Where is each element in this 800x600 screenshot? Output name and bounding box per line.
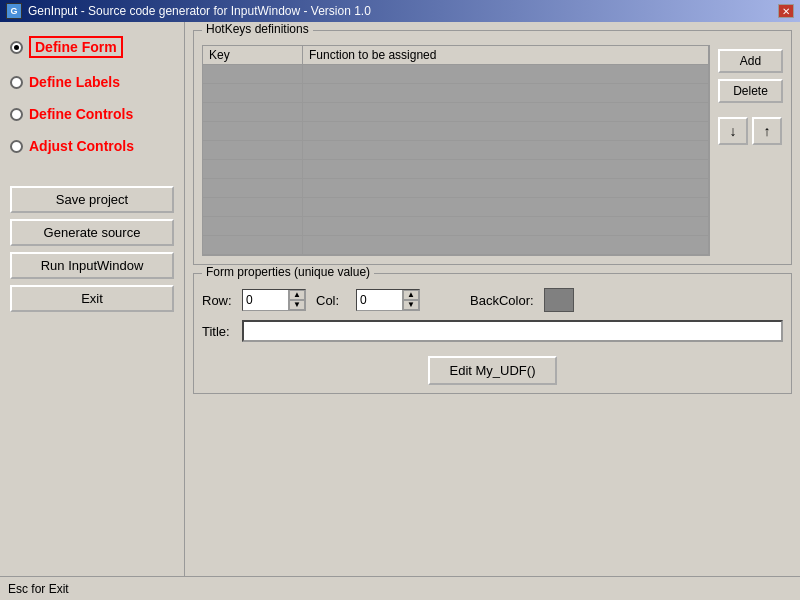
- backcolor-label: BackColor:: [470, 293, 534, 308]
- form-properties-group: Form properties (unique value) Row: ▲ ▼ …: [193, 273, 792, 394]
- form-row-1: Row: ▲ ▼ Col: ▲ ▼: [202, 288, 783, 312]
- table-row[interactable]: [203, 122, 709, 141]
- col-input[interactable]: [357, 290, 402, 310]
- sidebar-item-define-controls[interactable]: Define Controls: [10, 102, 174, 126]
- sidebar-item-adjust-controls[interactable]: Adjust Controls: [10, 134, 174, 158]
- form-row-2: Title:: [202, 320, 783, 342]
- left-panel: Define Form Define Labels Define Control…: [0, 22, 185, 576]
- left-buttons: Save project Generate source Run InputWi…: [10, 186, 174, 312]
- title-input[interactable]: [242, 320, 783, 342]
- hotkeys-area: Key Function to be assigned: [202, 45, 783, 256]
- move-up-button[interactable]: ↑: [752, 117, 782, 145]
- hotkeys-group: HotKeys definitions Key Function to be a…: [193, 30, 792, 265]
- backcolor-picker[interactable]: [544, 288, 574, 312]
- table-rows: [203, 65, 709, 255]
- hotkeys-group-title: HotKeys definitions: [202, 22, 313, 36]
- status-bar: Esc for Exit: [0, 576, 800, 600]
- title-bar-title: GenInput - Source code generator for Inp…: [28, 4, 371, 18]
- generate-source-button[interactable]: Generate source: [10, 219, 174, 246]
- radio-define-form[interactable]: [10, 41, 23, 54]
- title-bar-left: G GenInput - Source code generator for I…: [6, 3, 371, 19]
- table-row[interactable]: [203, 141, 709, 160]
- close-button[interactable]: ✕: [778, 4, 794, 18]
- arrow-buttons: ↓ ↑: [718, 117, 783, 145]
- col-spinner-buttons: ▲ ▼: [402, 290, 419, 310]
- app-icon: G: [6, 3, 22, 19]
- label-define-form: Define Form: [29, 36, 123, 58]
- col-decrement[interactable]: ▼: [403, 300, 419, 310]
- edit-udf-button[interactable]: Edit My_UDF(): [428, 356, 558, 385]
- col-label: Col:: [316, 293, 346, 308]
- save-project-button[interactable]: Save project: [10, 186, 174, 213]
- col-increment[interactable]: ▲: [403, 290, 419, 300]
- sidebar-item-define-labels[interactable]: Define Labels: [10, 70, 174, 94]
- status-text: Esc for Exit: [8, 582, 69, 596]
- main-content: Define Form Define Labels Define Control…: [0, 22, 800, 576]
- title-bar: G GenInput - Source code generator for I…: [0, 0, 800, 22]
- table-row[interactable]: [203, 65, 709, 84]
- add-hotkey-button[interactable]: Add: [718, 49, 783, 73]
- table-row[interactable]: [203, 179, 709, 198]
- row-spinner[interactable]: ▲ ▼: [242, 289, 306, 311]
- label-define-controls: Define Controls: [29, 106, 133, 122]
- row-label: Row:: [202, 293, 232, 308]
- col-spinner[interactable]: ▲ ▼: [356, 289, 420, 311]
- radio-define-labels[interactable]: [10, 76, 23, 89]
- table-row[interactable]: [203, 217, 709, 236]
- table-row[interactable]: [203, 84, 709, 103]
- exit-button[interactable]: Exit: [10, 285, 174, 312]
- delete-hotkey-button[interactable]: Delete: [718, 79, 783, 103]
- edit-btn-row: Edit My_UDF(): [202, 356, 783, 385]
- move-down-button[interactable]: ↓: [718, 117, 748, 145]
- title-label: Title:: [202, 324, 232, 339]
- col-function: Function to be assigned: [303, 46, 709, 64]
- hotkeys-table[interactable]: Key Function to be assigned: [202, 45, 710, 256]
- radio-define-controls[interactable]: [10, 108, 23, 121]
- form-properties-title: Form properties (unique value): [202, 265, 374, 279]
- label-adjust-controls: Adjust Controls: [29, 138, 134, 154]
- table-row[interactable]: [203, 236, 709, 255]
- radio-adjust-controls[interactable]: [10, 140, 23, 153]
- row-spinner-buttons: ▲ ▼: [288, 290, 305, 310]
- hotkeys-side-buttons: Add Delete ↓ ↑: [718, 45, 783, 256]
- row-input[interactable]: [243, 290, 288, 310]
- label-define-labels: Define Labels: [29, 74, 120, 90]
- table-row[interactable]: [203, 103, 709, 122]
- col-key: Key: [203, 46, 303, 64]
- table-row[interactable]: [203, 198, 709, 217]
- table-row[interactable]: [203, 160, 709, 179]
- form-props-area: Row: ▲ ▼ Col: ▲ ▼: [202, 288, 783, 385]
- row-decrement[interactable]: ▼: [289, 300, 305, 310]
- sidebar-item-define-form[interactable]: Define Form: [10, 32, 174, 62]
- right-panel: HotKeys definitions Key Function to be a…: [185, 22, 800, 576]
- run-inputwindow-button[interactable]: Run InputWindow: [10, 252, 174, 279]
- row-increment[interactable]: ▲: [289, 290, 305, 300]
- table-header: Key Function to be assigned: [203, 46, 709, 65]
